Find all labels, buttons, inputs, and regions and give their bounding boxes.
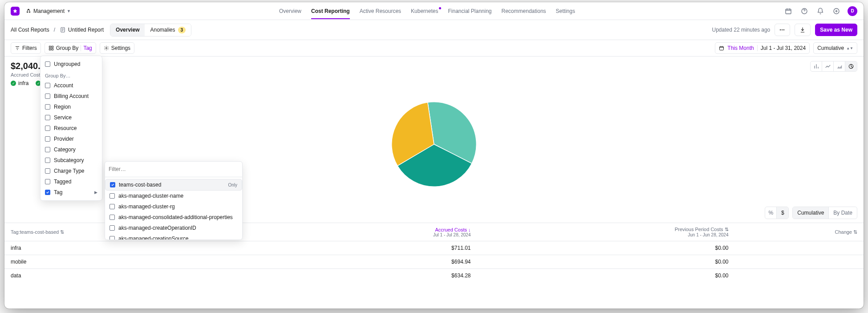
bar-chart-icon[interactable] <box>811 61 822 71</box>
breadcrumb-root[interactable]: All Cost Reports <box>11 27 49 33</box>
filters-button[interactable]: Filters <box>11 42 41 54</box>
settings-button[interactable]: Settings <box>100 42 134 54</box>
legend-item[interactable]: ✓infra <box>11 80 28 86</box>
calendar-icon[interactable] <box>783 6 793 16</box>
groupby-option[interactable]: Region <box>41 102 102 112</box>
tag-option[interactable]: aks-managed-consolidated-additional-prop… <box>105 212 242 223</box>
svg-rect-5 <box>52 46 53 48</box>
tag-submenu: teams-cost-basedOnlyaks-managed-cluster-… <box>105 161 243 240</box>
report-title[interactable]: Untitled Report <box>60 27 104 33</box>
groupby-button[interactable]: Group ByTag <box>45 42 96 54</box>
bell-icon[interactable] <box>815 6 825 16</box>
download-button[interactable] <box>795 24 811 36</box>
help-icon[interactable] <box>799 6 809 16</box>
app-logo[interactable] <box>11 7 20 16</box>
sub-header: All Cost Reports / Untitled Report Overv… <box>4 20 864 40</box>
pie-chart-icon[interactable] <box>845 61 857 71</box>
nav-overview[interactable]: Overview <box>279 4 301 19</box>
dollar-toggle[interactable]: $ <box>777 207 788 219</box>
tab-anomalies[interactable]: Anomalies3 <box>145 24 191 36</box>
percent-toggle[interactable]: % <box>765 207 777 219</box>
groupby-option[interactable]: Billing Account <box>41 91 102 102</box>
tag-option[interactable]: aks-managed-cluster-name <box>105 191 242 201</box>
nav-settings[interactable]: Settings <box>556 4 575 19</box>
bydate-toggle[interactable]: By Date <box>829 207 857 219</box>
org-name: Management <box>33 8 65 14</box>
tag-option[interactable]: teams-cost-basedOnly <box>105 179 242 191</box>
col-change[interactable]: Change⇅ <box>735 223 864 241</box>
groupby-option[interactable]: Resource <box>41 123 102 134</box>
groupby-option[interactable]: Category <box>41 144 102 155</box>
groupby-option[interactable]: Tag▶ <box>41 187 102 198</box>
arrow-down-icon: ↓ <box>468 227 471 232</box>
groupby-option[interactable]: Charge Type <box>41 166 102 176</box>
groupby-ungrouped[interactable]: Ungrouped <box>41 59 102 69</box>
notification-dot <box>439 7 441 9</box>
kebab-icon: ⋯ <box>779 27 785 33</box>
line-chart-icon[interactable] <box>822 61 834 71</box>
pie-chart <box>389 100 479 189</box>
checkbox-icon <box>45 158 50 163</box>
cumulative-select[interactable]: Cumulative▲▼ <box>813 42 857 54</box>
nav-active-resources[interactable]: Active Resources <box>360 4 401 19</box>
check-icon: ✓ <box>11 81 16 86</box>
document-icon <box>60 27 66 33</box>
tag-option[interactable]: aks-managed-cluster-rg <box>105 201 242 212</box>
svg-rect-7 <box>52 49 53 50</box>
checkbox-icon <box>110 182 115 187</box>
sort-icon: ⇅ <box>725 227 729 232</box>
groupby-value: Tag <box>83 45 92 51</box>
checkbox-icon <box>45 168 50 174</box>
svg-rect-6 <box>49 49 51 50</box>
sort-icon: ⇅ <box>853 229 857 235</box>
groupby-option[interactable]: Account <box>41 80 102 91</box>
main-nav: OverviewCost ReportingActive ResourcesKu… <box>77 4 777 19</box>
nav-cost-reporting[interactable]: Cost Reporting <box>311 4 350 19</box>
area-chart-icon[interactable] <box>834 61 845 71</box>
table-row[interactable]: mobile$694.94$0.00 <box>4 255 864 269</box>
org-switcher[interactable]: Management ▼ <box>26 8 71 14</box>
groupby-option[interactable]: Tagged <box>41 176 102 187</box>
cumulative-toggle[interactable]: Cumulative <box>793 207 829 219</box>
checkbox-icon <box>110 204 115 209</box>
filter-toolbar: Filters Group ByTag Settings This Month … <box>4 40 864 57</box>
view-toggle: Cumulative By Date <box>792 207 857 219</box>
nav-financial-planning[interactable]: Financial Planning <box>448 4 491 19</box>
checkbox-icon <box>45 93 50 99</box>
groupby-option[interactable]: Provider <box>41 134 102 144</box>
gear-icon <box>104 45 109 51</box>
tag-option[interactable]: aks-managed-createOperationID <box>105 223 242 233</box>
more-button[interactable]: ⋯ <box>775 24 790 36</box>
user-avatar[interactable]: D <box>848 6 857 16</box>
groupby-option[interactable]: Service <box>41 112 102 123</box>
checkbox-icon <box>45 104 50 110</box>
save-button[interactable]: Save as New <box>815 24 857 36</box>
chevron-down-icon: ▼ <box>67 9 71 13</box>
groupby-head: Group By… <box>41 69 102 80</box>
svg-rect-4 <box>49 46 51 48</box>
checkbox-icon <box>45 147 50 152</box>
only-button[interactable]: Only <box>228 183 237 187</box>
checkbox-icon <box>45 179 50 184</box>
date-range-button[interactable]: This Month Jul 1 - Jul 31, 2024 <box>715 42 810 54</box>
checkbox-icon <box>45 115 50 120</box>
checkbox-icon <box>110 215 115 220</box>
table-row[interactable]: data$634.28$0.00 <box>4 269 864 283</box>
sort-icon: ⇅ <box>60 229 64 235</box>
tab-overview[interactable]: Overview <box>110 24 145 36</box>
nav-recommendations[interactable]: Recommendations <box>502 4 546 19</box>
tag-option[interactable]: aks-managed-creationSource <box>105 233 242 240</box>
calendar-icon <box>719 45 724 51</box>
nav-kubernetes[interactable]: Kubernetes <box>411 4 438 19</box>
checkbox-icon <box>110 193 115 199</box>
anomaly-count-badge: 3 <box>178 27 186 33</box>
filter-icon <box>15 45 20 51</box>
table-row[interactable]: infra$711.01$0.00 <box>4 241 864 255</box>
checkbox-icon <box>45 61 50 67</box>
checkbox-icon <box>110 236 115 240</box>
groupby-option[interactable]: Subcategory <box>41 155 102 166</box>
sort-icon: ▲▼ <box>846 47 853 49</box>
tag-filter-input[interactable] <box>109 165 239 173</box>
col-prev[interactable]: Previous Period Costs⇅Jun 1 - Jun 28, 20… <box>477 223 735 241</box>
add-icon[interactable] <box>831 6 841 16</box>
